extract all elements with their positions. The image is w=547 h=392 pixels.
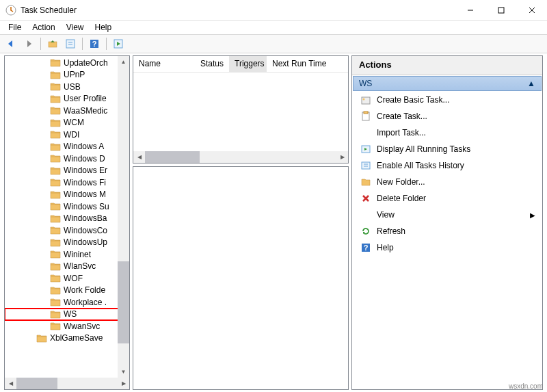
tree-node-label: WindowsCo [64, 226, 107, 235]
title-bar: Task Scheduler [0, 0, 547, 21]
tree-node-label: Work Folde [64, 285, 105, 295]
folder-tree[interactable]: UpdateOrchUPnPUSBUser ProfileWaaSMedicWC… [5, 56, 129, 389]
tree-horizontal-scrollbar[interactable]: ◀ ▶ [5, 378, 129, 389]
tree-node[interactable]: Windows M [5, 189, 129, 201]
none-icon [360, 127, 371, 138]
tree-node[interactable]: User Profile [5, 93, 129, 105]
actions-category[interactable]: WS ▲ [353, 76, 542, 91]
action-item[interactable]: Create Basic Task... [352, 92, 542, 108]
detail-panel [133, 166, 349, 390]
menu-view[interactable]: View [61, 21, 90, 34]
menu-action[interactable]: Action [27, 21, 60, 34]
action-label: View [377, 210, 395, 220]
action-item[interactable]: Delete Folder [352, 190, 542, 207]
column-header[interactable]: Triggers [229, 56, 267, 72]
forward-button[interactable] [21, 36, 37, 51]
tree-node[interactable]: Work Folde [5, 285, 129, 297]
tree-node[interactable]: WCM [5, 117, 129, 129]
tree-node-label: User Profile [64, 94, 107, 103]
column-header[interactable]: Next Run Time [267, 56, 335, 72]
action-item[interactable]: New Folder... [352, 174, 542, 190]
action-label: Help [377, 243, 394, 252]
run-button[interactable] [110, 36, 126, 51]
action-item[interactable]: Enable All Tasks History [352, 157, 542, 174]
window-title: Task Scheduler [21, 5, 455, 15]
action-item[interactable]: Refresh [352, 223, 542, 239]
column-header[interactable]: Status [195, 56, 229, 72]
collapse-icon: ▲ [527, 79, 535, 88]
tree-vertical-scrollbar[interactable]: ▲ ▼ [118, 56, 129, 378]
minimize-button[interactable] [455, 0, 485, 20]
watermark: wsxdn.com [509, 382, 543, 390]
task-list: NameStatusTriggersNext Run Time ◀▶ [133, 55, 349, 164]
tree-node[interactable]: WS [5, 309, 129, 321]
run-icon [360, 144, 371, 155]
tree-node[interactable]: WOF [5, 272, 129, 285]
tree-node-label: XblGameSave [50, 333, 103, 343]
action-label: Import Task... [377, 128, 426, 138]
tree-node[interactable]: WwanSvc [5, 320, 129, 332]
up-button[interactable] [44, 36, 61, 51]
tree-node-label: UpdateOrch [64, 58, 108, 68]
tree-node[interactable]: Windows Er [5, 165, 129, 177]
tree-node-label: USB [64, 82, 81, 92]
tree-node[interactable]: Windows Fi [5, 177, 129, 189]
tree-node[interactable]: USB [5, 81, 129, 93]
menu-bar: FileActionViewHelp [0, 21, 547, 34]
tree-node-label: WS [64, 309, 77, 319]
list-horizontal-scrollbar[interactable]: ◀▶ [133, 151, 348, 163]
tree-node[interactable]: Windows D [5, 153, 129, 165]
svg-point-13 [363, 99, 365, 101]
tree-node[interactable]: Wininet [5, 248, 129, 261]
tree-node-label: WOF [64, 274, 83, 283]
svg-rect-12 [362, 97, 370, 104]
tree-node-label: WaaSMedic [64, 106, 107, 116]
folder-icon [360, 177, 371, 187]
svg-rect-5 [49, 42, 57, 47]
wizard-icon [360, 94, 371, 105]
actions-panel: Actions WS ▲ Create Basic Task...Create … [351, 55, 543, 390]
svg-rect-2 [498, 8, 504, 13]
action-label: Display All Running Tasks [377, 144, 470, 154]
tree-node[interactable]: UPnP [5, 69, 129, 81]
close-button[interactable] [516, 0, 547, 20]
tree-node[interactable]: WindowsCo [5, 224, 129, 237]
tree-node[interactable]: WindowsUp [5, 237, 129, 249]
action-item[interactable]: Create Task... [352, 108, 542, 125]
tree-node[interactable]: Workplace . [5, 296, 129, 309]
tree-node[interactable]: WlanSvc [5, 261, 129, 273]
help-button[interactable]: ? [86, 36, 103, 51]
tree-node[interactable]: WDI [5, 129, 129, 141]
menu-file[interactable]: File [3, 21, 27, 34]
action-item[interactable]: ?Help [352, 239, 542, 256]
tree-node-label: Windows Fi [64, 178, 106, 187]
toolbar: ? [0, 34, 547, 53]
tree-node-label: WCM [64, 118, 84, 127]
tree-node[interactable]: UpdateOrch [5, 57, 129, 69]
history-icon [360, 160, 371, 171]
column-header[interactable]: Name [133, 56, 195, 72]
action-item[interactable]: View▶ [352, 207, 542, 223]
actions-category-label: WS [359, 79, 372, 88]
action-item[interactable]: Display All Running Tasks [352, 141, 542, 157]
action-label: New Folder... [377, 177, 425, 187]
none-icon [360, 209, 371, 220]
tree-node[interactable]: Windows Su [5, 200, 129, 213]
tree-node[interactable]: XblGameSave [5, 332, 129, 345]
action-item[interactable]: Import Task... [352, 125, 542, 141]
action-label: Delete Folder [377, 194, 426, 203]
tree-node[interactable]: WindowsBa [5, 213, 129, 225]
tree-node[interactable]: WaaSMedic [5, 105, 129, 117]
tree-panel: UpdateOrchUPnPUSBUser ProfileWaaSMedicWC… [4, 55, 130, 390]
tree-node-label: WwanSvc [64, 322, 100, 331]
task-icon [360, 111, 371, 122]
tree-node[interactable]: Windows A [5, 141, 129, 153]
maximize-button[interactable] [485, 0, 516, 20]
list-body[interactable] [133, 73, 348, 151]
tree-node-label: WindowsBa [64, 213, 107, 223]
tree-node-label: WindowsUp [64, 237, 107, 247]
help-icon: ? [360, 242, 371, 253]
menu-help[interactable]: Help [90, 21, 118, 34]
properties-button[interactable] [62, 36, 79, 51]
back-button[interactable] [3, 36, 19, 51]
